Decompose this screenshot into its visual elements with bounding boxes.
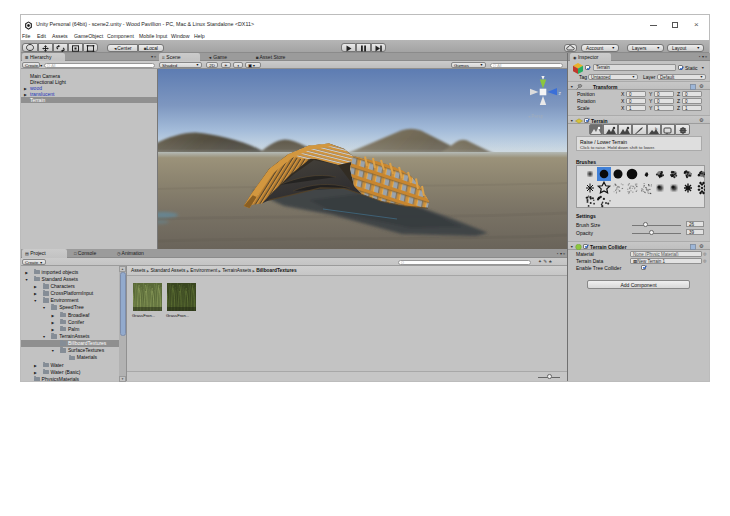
svg-text:h: h [655, 126, 657, 131]
svg-text:◂ Persp: ◂ Persp [528, 114, 544, 119]
